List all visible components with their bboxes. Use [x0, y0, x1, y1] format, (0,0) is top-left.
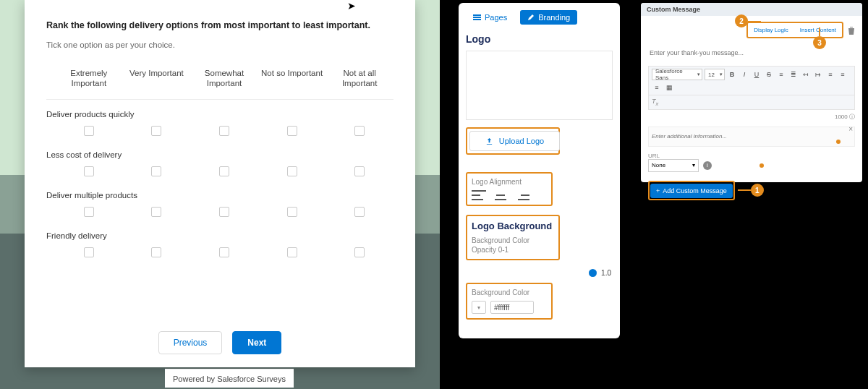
char-count: 1000 ⓘ — [648, 113, 855, 121]
toolbar-row-2: Tx — [648, 95, 855, 110]
strike-button[interactable]: S — [764, 69, 774, 80]
callout-dot — [836, 140, 841, 144]
url-label: URL — [648, 153, 855, 159]
checkbox[interactable] — [219, 207, 229, 217]
color-swatch-dropdown[interactable]: ▾ — [472, 301, 486, 314]
checkbox[interactable] — [287, 166, 297, 176]
add-message-highlight: + Add Custom Message — [648, 181, 735, 200]
logo-alignment-label: Logo Alignment — [472, 178, 547, 186]
checkbox[interactable] — [354, 166, 365, 176]
additional-info-block: × — [648, 127, 855, 147]
scale-header: Not so Important — [258, 68, 326, 89]
checkbox[interactable] — [354, 126, 365, 136]
checkbox[interactable] — [151, 247, 161, 257]
rich-text-toolbar: Salesforce Sans 12 B I U S ≡ ≣ ↤ ↦ ≡ ≡ ≡… — [648, 66, 855, 95]
checkbox[interactable] — [151, 126, 161, 136]
checkbox[interactable] — [219, 166, 229, 176]
previous-button[interactable]: Previous — [158, 331, 223, 354]
logo-preview — [466, 51, 613, 120]
upload-logo-highlight: Upload Logo — [466, 127, 560, 155]
bullet-list-button[interactable]: ≡ — [776, 69, 786, 80]
indent-button[interactable]: ↦ — [813, 69, 823, 80]
align-center-button[interactable]: ≡ — [838, 69, 848, 80]
trash-icon[interactable] — [848, 26, 855, 35]
align-left-button[interactable] — [472, 190, 486, 200]
survey-row-label: Deliver multiple products — [46, 191, 393, 200]
image-button[interactable]: ▦ — [664, 82, 674, 93]
logo-alignment-highlight: Logo Alignment — [466, 172, 553, 206]
display-logic-button[interactable]: Display Logic — [749, 25, 793, 35]
font-size-select[interactable]: 12 — [705, 69, 725, 80]
outdent-button[interactable]: ↤ — [801, 69, 811, 80]
background-color-input[interactable] — [490, 301, 534, 314]
checkbox[interactable] — [84, 166, 94, 176]
logo-section-header: Logo — [466, 33, 613, 45]
survey-row: Less cost of delivery — [46, 150, 393, 176]
tab-pages[interactable]: Pages — [466, 10, 514, 25]
align-center-button[interactable] — [493, 190, 508, 200]
checkbox[interactable] — [354, 207, 365, 217]
survey-question: Rank the following delivery options from… — [46, 20, 393, 30]
upload-icon — [485, 137, 493, 145]
align-right-button[interactable] — [515, 190, 529, 200]
scale-header-row: Extremely Important Very Important Somew… — [46, 68, 393, 89]
checkbox[interactable] — [151, 166, 161, 176]
callout-line — [748, 21, 761, 22]
checkbox[interactable] — [151, 207, 161, 217]
italic-button[interactable]: I — [739, 69, 749, 80]
checkbox[interactable] — [287, 126, 297, 136]
number-list-button[interactable]: ≣ — [788, 69, 799, 80]
survey-row: Deliver products quickly — [46, 110, 393, 136]
opacity-slider-thumb[interactable] — [589, 269, 597, 277]
divider — [46, 99, 393, 100]
survey-card: Rank the following delivery options from… — [25, 0, 415, 367]
upload-logo-button[interactable]: Upload Logo — [469, 131, 560, 151]
info-icon[interactable]: i — [703, 161, 712, 170]
next-button[interactable]: Next — [232, 331, 281, 354]
list-icon — [473, 14, 481, 20]
scale-header: Not at all Important — [326, 68, 393, 89]
checkbox[interactable] — [354, 247, 365, 257]
url-select[interactable]: None▾ — [648, 159, 699, 172]
survey-hint: Tick one option as per your choice. — [46, 40, 393, 49]
callout-line — [819, 27, 820, 36]
custom-message-header: Custom Message — [641, 3, 862, 16]
add-custom-message-label: Add Custom Message — [663, 187, 727, 194]
pencil-icon — [527, 14, 535, 21]
scale-header: Somewhat Important — [190, 68, 258, 89]
checkbox[interactable] — [84, 126, 94, 136]
cursor-icon: ➤ — [347, 0, 356, 12]
callout-badge-2: 2 — [735, 14, 748, 27]
callout-badge-1: 1 — [751, 184, 764, 197]
checkbox[interactable] — [287, 207, 297, 217]
plus-icon: + — [656, 187, 660, 194]
logo-background-highlight: Logo Background Background Color Opacity… — [466, 215, 560, 260]
survey-row: Deliver multiple products — [46, 191, 393, 217]
chip-group-highlight: Display Logic Insert Content — [746, 22, 843, 38]
checkbox[interactable] — [287, 247, 297, 257]
callout-line — [738, 189, 751, 191]
underline-button[interactable]: U — [752, 69, 762, 80]
bold-button[interactable]: B — [727, 69, 737, 80]
opacity-value: 1.0 — [601, 269, 611, 277]
background-color-label: Background Color — [472, 288, 547, 296]
callout-badge-3: 3 — [813, 36, 826, 49]
scale-header: Extremely Important — [55, 68, 123, 89]
checkbox[interactable] — [84, 207, 94, 217]
insert-content-button[interactable]: Insert Content — [796, 25, 841, 35]
font-family-select[interactable]: Salesforce Sans — [652, 69, 702, 80]
close-icon[interactable]: × — [848, 125, 853, 133]
opacity-label: Background Color Opacity 0-1 — [472, 236, 554, 255]
tab-branding-label: Branding — [538, 13, 570, 22]
scale-header: Very Important — [123, 68, 191, 89]
additional-info-input[interactable] — [648, 127, 855, 147]
clear-format-icon[interactable]: Tx — [652, 98, 658, 107]
align-right-button[interactable]: ≡ — [652, 82, 662, 93]
nav-row: Previous Next — [25, 331, 415, 354]
checkbox[interactable] — [219, 126, 229, 136]
checkbox[interactable] — [219, 247, 229, 257]
align-left-button[interactable]: ≡ — [825, 69, 835, 80]
tab-branding[interactable]: Branding — [520, 10, 577, 25]
add-custom-message-button[interactable]: + Add Custom Message — [650, 184, 733, 198]
checkbox[interactable] — [84, 247, 94, 257]
